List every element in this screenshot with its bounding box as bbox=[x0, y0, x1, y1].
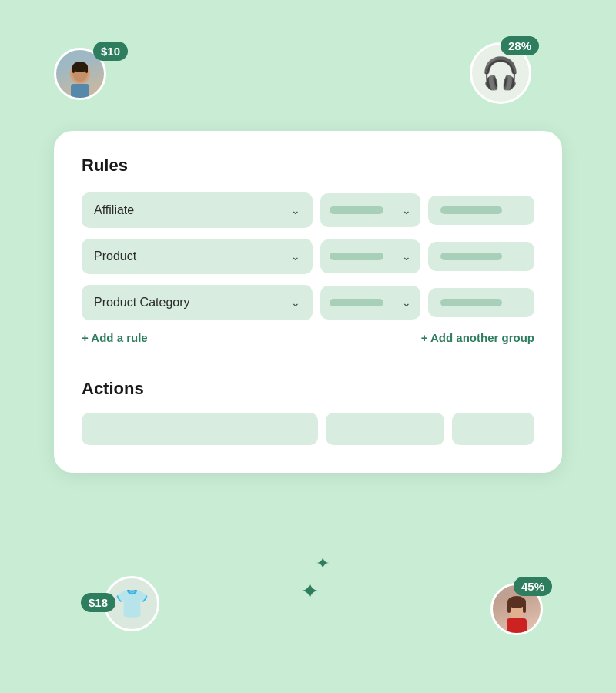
person-woman-svg bbox=[497, 593, 537, 633]
badge-topright: 28% bbox=[500, 36, 539, 55]
product-category-chevron-icon: ⌄ bbox=[291, 296, 300, 309]
headphones-icon: 🎧 bbox=[481, 55, 520, 92]
badge-bottomleft: $18 bbox=[81, 593, 116, 612]
rule-row-product-category: Product Category ⌄ ⌄ bbox=[82, 285, 534, 320]
rules-title: Rules bbox=[82, 156, 534, 176]
float-bottomleft: 👕 $18 bbox=[104, 576, 159, 631]
action-field-short[interactable] bbox=[452, 413, 534, 445]
action-field-long[interactable] bbox=[82, 413, 318, 445]
actions-title: Actions bbox=[82, 379, 534, 399]
svg-rect-9 bbox=[523, 602, 526, 613]
add-rule-button[interactable]: + Add a rule bbox=[82, 331, 148, 344]
rule-action-row: + Add a rule + Add another group bbox=[82, 331, 534, 344]
affiliate-mid-chevron-icon: ⌄ bbox=[402, 204, 411, 216]
actions-row bbox=[82, 413, 534, 445]
product-mid-bar bbox=[330, 253, 383, 260]
avatar-shirt-container: 👕 $18 bbox=[104, 576, 159, 631]
avatar-headphones-container: 🎧 28% bbox=[470, 42, 531, 104]
section-divider bbox=[82, 360, 534, 360]
badge-topleft: $10 bbox=[93, 42, 128, 61]
rule-row-product: Product ⌄ ⌄ bbox=[82, 239, 534, 274]
product-category-value-field[interactable] bbox=[428, 288, 534, 317]
product-category-mid-chevron-icon: ⌄ bbox=[402, 296, 411, 309]
svg-rect-5 bbox=[71, 84, 89, 98]
avatar-man-container: $10 bbox=[54, 48, 106, 100]
product-mid-chevron-icon: ⌄ bbox=[402, 250, 411, 263]
product-value-field[interactable] bbox=[428, 242, 534, 271]
float-topright: 🎧 28% bbox=[470, 42, 531, 104]
product-category-value-bar bbox=[440, 299, 502, 306]
product-mid-dropdown[interactable]: ⌄ bbox=[320, 239, 420, 273]
shirt-icon: 👕 bbox=[115, 588, 149, 620]
product-chevron-icon: ⌄ bbox=[291, 250, 300, 263]
add-group-button[interactable]: + Add another group bbox=[421, 331, 534, 344]
affiliate-label: Affiliate bbox=[94, 203, 134, 217]
float-topleft: $10 bbox=[54, 48, 106, 100]
affiliate-value-field[interactable] bbox=[428, 196, 534, 225]
affiliate-value-bar bbox=[440, 206, 502, 214]
svg-rect-4 bbox=[85, 65, 88, 73]
product-category-mid-dropdown[interactable]: ⌄ bbox=[320, 286, 420, 320]
affiliate-mid-bar bbox=[330, 206, 383, 214]
main-card: Rules Affiliate ⌄ ⌄ Product bbox=[54, 131, 562, 473]
badge-bottomright: 45% bbox=[514, 577, 552, 596]
sparkle-small-icon: ✦ bbox=[316, 554, 330, 574]
affiliate-dropdown[interactable]: Affiliate ⌄ bbox=[82, 192, 313, 228]
product-category-dropdown[interactable]: Product Category ⌄ bbox=[82, 285, 313, 320]
product-category-mid-bar bbox=[330, 299, 383, 306]
product-dropdown[interactable]: Product ⌄ bbox=[82, 239, 313, 274]
float-bottomright: 45% bbox=[490, 583, 543, 635]
svg-rect-3 bbox=[72, 65, 75, 73]
sparkle-large-icon: ✦ bbox=[300, 578, 320, 604]
rules-section: Rules Affiliate ⌄ ⌄ Product bbox=[82, 156, 534, 344]
affiliate-mid-dropdown[interactable]: ⌄ bbox=[320, 193, 420, 227]
product-value-bar bbox=[440, 253, 502, 260]
svg-rect-10 bbox=[507, 618, 527, 633]
product-category-label: Product Category bbox=[94, 296, 190, 310]
rule-row-affiliate: Affiliate ⌄ ⌄ bbox=[82, 192, 534, 228]
svg-rect-8 bbox=[507, 602, 511, 613]
affiliate-chevron-icon: ⌄ bbox=[291, 204, 300, 216]
person-man-svg bbox=[60, 58, 100, 98]
product-label: Product bbox=[94, 249, 136, 263]
avatar-woman-container: 45% bbox=[490, 583, 543, 635]
action-field-mid[interactable] bbox=[326, 413, 444, 445]
scene: $10 🎧 28% 👕 $18 bbox=[31, 31, 585, 662]
actions-section: Actions bbox=[82, 379, 534, 445]
